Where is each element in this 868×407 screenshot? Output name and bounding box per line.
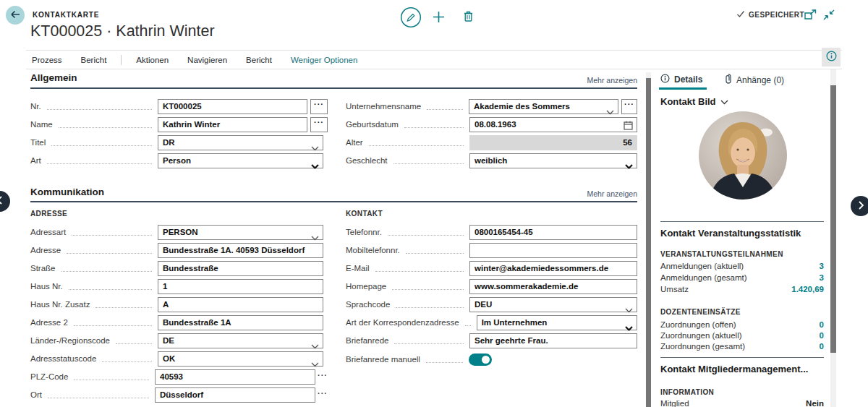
- factbox-header-mitgliedermanagement[interactable]: Kontakt Mitgliedermanagement...: [660, 364, 808, 374]
- delete-button[interactable]: [463, 10, 474, 25]
- section-rule: [30, 201, 637, 202]
- adressstatuscode-dropdown[interactable]: OK: [158, 351, 323, 367]
- sprachcode-dropdown[interactable]: DEU: [469, 297, 637, 312]
- telefonnr-input[interactable]: 0800165454-45: [469, 225, 637, 240]
- adressart-dropdown[interactable]: PERSON: [158, 225, 323, 240]
- stats-group-caption: DOZENTENEINSÄTZE: [660, 308, 741, 316]
- geburtsdatum-input[interactable]: 08.08.1963: [469, 117, 637, 132]
- dotted-leader: [102, 355, 152, 362]
- field-row-alter: Alter 56: [346, 134, 637, 150]
- stat-value-link[interactable]: 0: [820, 331, 824, 340]
- assist-edit-button[interactable]: ···: [310, 117, 328, 132]
- ort-input[interactable]: Düsseldorf: [155, 387, 315, 403]
- unternehmensname-dropdown[interactable]: Akademie des Sommers: [469, 99, 618, 114]
- geschlecht-select[interactable]: weiblich: [469, 153, 637, 168]
- help-info-button[interactable]: [822, 48, 841, 67]
- stat-label: Zuordnungen (aktuell): [660, 331, 742, 340]
- tab-details[interactable]: Details: [660, 74, 702, 85]
- titel-dropdown[interactable]: DR: [158, 135, 323, 150]
- art-select[interactable]: Person: [158, 153, 323, 168]
- stat-value-link[interactable]: 0: [820, 320, 824, 329]
- open-in-window-button[interactable]: [804, 9, 817, 22]
- field-label: Mobiltelefonnr.: [346, 246, 400, 254]
- dotted-leader: [406, 247, 464, 254]
- plz-code-input[interactable]: 40593: [155, 369, 315, 385]
- section-header-allgemein[interactable]: Allgemein: [30, 72, 77, 83]
- main-scrollbar-thumb[interactable]: [646, 78, 651, 407]
- info-icon: [826, 51, 837, 64]
- edit-button[interactable]: [400, 7, 422, 30]
- adresse-2-input[interactable]: Bundesstraße 1A: [158, 315, 323, 330]
- ribbon-item-aktionen[interactable]: Aktionen: [136, 56, 169, 64]
- ribbon-item-weniger-optionen[interactable]: Weniger Optionen: [291, 56, 357, 64]
- field-label: Art: [30, 156, 41, 165]
- ribbon-item-prozess[interactable]: Prozess: [32, 56, 62, 64]
- factbox-scrollbar-thumb[interactable]: [830, 85, 836, 353]
- briefanrede-input[interactable]: Sehr geehrte Frau.: [469, 333, 637, 348]
- stat-row: Zuordnungen (gesamt) 0: [660, 342, 824, 351]
- haus-nr-input[interactable]: 1: [158, 279, 323, 294]
- ribbon-item-bericht-1[interactable]: Bericht: [81, 56, 107, 64]
- field-label: Titel: [30, 138, 46, 147]
- tab-label: Anhänge (0): [736, 75, 784, 85]
- kontaktkarte-page: KONTAKTKARTE KT000025 · Kathrin Winter G…: [0, 0, 868, 407]
- contact-photo[interactable]: [699, 111, 787, 202]
- nr-input[interactable]: KT000025: [158, 99, 307, 114]
- back-button[interactable]: [6, 6, 25, 25]
- field-label: Nr.: [30, 102, 41, 111]
- field-row-laender-regionscode: Länder-/Regionscode DE: [30, 333, 328, 348]
- field-row-adresse-2: Adresse 2 Bundesstraße 1A: [30, 314, 328, 330]
- field-label: E-Mail: [346, 264, 370, 273]
- dotted-leader: [394, 337, 464, 344]
- tab-anhaenge[interactable]: Anhänge (0): [725, 74, 784, 86]
- lookup-ellipsis-icon[interactable]: ···: [318, 389, 328, 401]
- allgemein-more-link[interactable]: Mehr anzeigen: [550, 76, 637, 85]
- dotted-leader: [47, 157, 152, 164]
- saved-label: GESPEICHERT: [749, 11, 804, 19]
- email-input[interactable]: winter@akademiedessommers.de: [469, 261, 637, 276]
- new-button[interactable]: [433, 11, 445, 25]
- ribbon-item-navigieren[interactable]: Navigieren: [187, 56, 227, 64]
- field-row-korrespondenzadresse: Art der Korrespondenzadresse Im Unterneh…: [346, 314, 637, 330]
- adresse-input[interactable]: Bundesstraße 1A. 40593 Düsseldorf: [158, 243, 323, 258]
- ribbon-divider: [121, 55, 122, 65]
- stat-value-link[interactable]: 0: [820, 342, 824, 351]
- mobiltelefonnr-input[interactable]: [469, 243, 637, 258]
- paperclip-icon: [725, 74, 732, 86]
- factbox-header-kontakt-bild[interactable]: Kontakt Bild: [660, 96, 728, 107]
- briefanrede-manuell-toggle[interactable]: [469, 354, 492, 366]
- factbox-divider: [660, 357, 824, 358]
- section-header-kommunikation[interactable]: Kommunikation: [30, 187, 104, 197]
- collapse-view-button[interactable]: [823, 9, 835, 22]
- main-scrollbar[interactable]: [646, 72, 651, 407]
- field-label: Haus Nr.: [30, 282, 63, 291]
- factbox-header-veranstaltungsstatistik[interactable]: Kontakt Veranstaltungsstatistik: [660, 228, 801, 239]
- factbox-scrollbar[interactable]: [830, 69, 836, 407]
- stat-label: Anmeldungen (aktuell): [660, 262, 744, 270]
- field-label: Länder-/Regionscode: [30, 336, 110, 345]
- haus-nr-zusatz-input[interactable]: A: [158, 297, 323, 312]
- stat-row: Anmeldungen (aktuell) 3: [660, 262, 824, 270]
- dotted-leader: [388, 228, 464, 236]
- dotted-leader: [48, 391, 149, 398]
- previous-record-button[interactable]: [0, 191, 10, 212]
- kommunikation-more-link[interactable]: Mehr anzeigen: [550, 189, 637, 198]
- stat-value: Nein: [806, 399, 824, 407]
- stat-value-link[interactable]: 3: [820, 273, 824, 282]
- stat-value-link[interactable]: 1.420,69: [791, 285, 824, 294]
- page-title: KT000025 · Kathrin Winter: [30, 22, 215, 40]
- strasse-input[interactable]: Bundesstraße: [158, 261, 323, 276]
- assist-edit-button[interactable]: ···: [621, 99, 637, 114]
- next-record-button[interactable]: [851, 196, 868, 216]
- laender-regionscode-dropdown[interactable]: DE: [158, 333, 323, 348]
- group-caption-kontakt: KONTAKT: [346, 210, 383, 218]
- homepage-input[interactable]: www.sommerakademie.de: [469, 279, 637, 294]
- chevron-down-icon: [311, 357, 319, 370]
- field-row-telefonnr: Telefonnr. 0800165454-45: [346, 224, 637, 240]
- stat-value-link[interactable]: 3: [820, 262, 824, 270]
- name-input[interactable]: Kathrin Winter: [158, 117, 307, 132]
- lookup-ellipsis-icon[interactable]: ···: [318, 371, 328, 383]
- ribbon-item-bericht-2[interactable]: Bericht: [246, 56, 272, 64]
- assist-edit-button[interactable]: ···: [310, 99, 328, 114]
- korrespondenzadresse-select[interactable]: Im Unternehmen: [477, 315, 637, 330]
